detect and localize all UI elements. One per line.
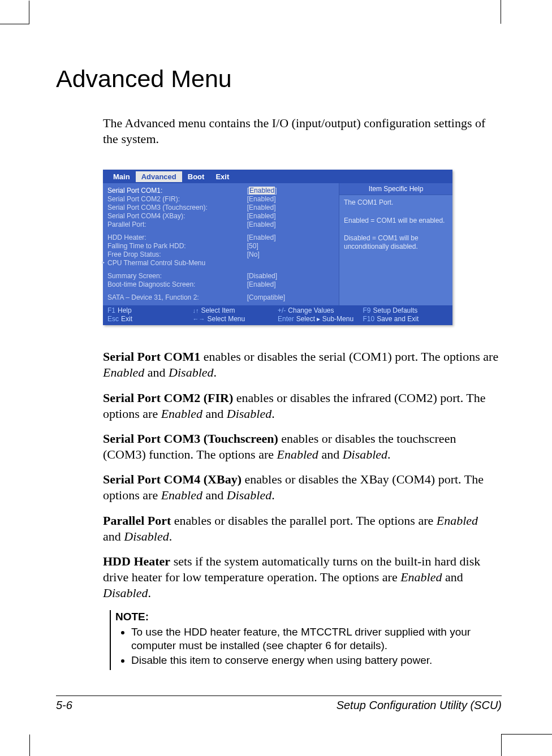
bios-screenshot: MainAdvancedBootExit Serial Port COM1:[E…	[103, 170, 452, 325]
option-italic: Disabled	[227, 488, 271, 502]
bios-row: Serial Port COM2 (FIR):[Enabled]	[107, 195, 334, 204]
key-label: Setup Defaults	[373, 306, 418, 314]
bios-row-value: [Enabled]	[247, 204, 334, 212]
bios-row: Parallel Port:[Enabled]	[107, 221, 334, 229]
bios-body: Serial Port COM1:[Enabled]Serial Port CO…	[103, 183, 452, 305]
key-enter: Enter	[278, 315, 294, 323]
option-italic: Enabled	[437, 513, 478, 528]
bios-row-label: SATA – Device 31, Function 2:	[107, 293, 247, 302]
key-label: Select ▸ Sub-Menu	[296, 315, 353, 323]
bios-tab-main: Main	[107, 171, 136, 182]
bios-row-value: [Enabled]	[247, 221, 334, 229]
spacer	[107, 289, 334, 293]
key-label: Exit	[121, 315, 132, 323]
bios-row-value: [Enabled]	[247, 212, 334, 221]
key-f1: F1	[107, 306, 115, 314]
note-item: Disable this item to conserve energy whe…	[131, 654, 504, 667]
bios-row-label: Boot-time Diagnostic Screen:	[107, 280, 247, 289]
bios-row-label: Serial Port COM2 (FIR):	[107, 195, 247, 204]
bios-tab-boot: Boot	[182, 171, 210, 182]
bios-row-value: [Enabled]	[247, 195, 334, 204]
bios-help-body: The COM1 Port. Enabled = COM1 will be en…	[339, 195, 452, 255]
intro-text: The Advanced menu contains the I/O (inpu…	[103, 115, 499, 147]
option-italic: Disabled	[124, 529, 169, 543]
definitions: Serial Port COM1 enables or disables the…	[103, 349, 499, 601]
bios-row: Serial Port COM3 (Touchscreen):[Enabled]	[107, 204, 334, 212]
spacer	[107, 267, 334, 272]
bios-help-title: Item Specific Help	[339, 183, 452, 195]
key-esc: Esc	[107, 315, 119, 323]
key-updown-icon: ↓↑	[193, 307, 199, 314]
bios-tabs: MainAdvancedBootExit	[103, 170, 452, 183]
definition: Serial Port COM4 (XBay) enables or disab…	[103, 472, 499, 503]
option-italic: Disabled	[227, 407, 271, 421]
help-line: The COM1 Port.	[344, 198, 448, 208]
key-label: Help	[118, 306, 132, 314]
bios-row-label: HDD Heater:	[107, 234, 247, 242]
option-italic: Enabled	[161, 488, 202, 502]
crop-mark	[501, 0, 501, 24]
option-italic: Enabled	[400, 570, 442, 584]
bios-row: Serial Port COM4 (XBay):[Enabled]	[107, 212, 334, 221]
bios-row: Boot-time Diagnostic Screen:[Enabled]	[107, 280, 334, 289]
bios-row: Serial Port COM1:[Enabled]	[107, 187, 334, 195]
definition-term: Serial Port COM4 (XBay)	[103, 472, 241, 486]
bios-help-panel: Item Specific Help The COM1 Port. Enable…	[339, 183, 452, 305]
bios-settings-list: Serial Port COM1:[Enabled]Serial Port CO…	[103, 183, 339, 305]
bios-tab-exit: Exit	[210, 171, 235, 182]
bios-row-value: [Enabled]	[247, 280, 334, 289]
footer-title: Setup Configuration Utility (SCU)	[337, 699, 502, 712]
option-italic: Enabled	[161, 407, 202, 421]
bios-row: SATA – Device 31, Function 2:[Compatible…	[107, 293, 334, 302]
bios-row-value: [Disabled]	[247, 272, 334, 280]
option-italic: Disabled	[169, 365, 213, 379]
bios-row-value: [50]	[247, 242, 334, 250]
bios-row-label: Falling Time to Park HDD:	[107, 242, 247, 250]
footer-col: ↓↑Select Item ←→Select Menu	[193, 306, 278, 323]
bios-row-label: Serial Port COM1:	[107, 187, 247, 195]
crop-mark	[501, 734, 552, 735]
bios-row: HDD Heater:[Enabled]	[107, 234, 334, 242]
note-list: To use the HDD heater feature, the MTCCT…	[115, 625, 504, 668]
option-italic: Disabled	[343, 447, 387, 461]
definition-term: Serial Port COM3 (Touchscreen)	[103, 431, 278, 446]
key-f9: F9	[363, 306, 371, 314]
bios-row: Free Drop Status:[No]	[107, 250, 334, 259]
bios-row: Falling Time to Park HDD:[50]	[107, 242, 334, 250]
definition: Parallel Port enables or disables the pa…	[103, 513, 499, 545]
footer-col: +/-Change Values EnterSelect ▸ Sub-Menu	[278, 306, 363, 323]
crop-mark	[0, 24, 29, 24]
key-label: Save and Exit	[377, 315, 419, 323]
footer-col: F9Setup Defaults F10Save and Exit	[363, 306, 448, 323]
key-label: Change Values	[288, 306, 334, 314]
bios-row-label: Serial Port COM3 (Touchscreen):	[107, 204, 247, 212]
note-box: NOTE: To use the HDD heater feature, the…	[110, 610, 504, 669]
key-f10: F10	[363, 315, 375, 323]
footer-col: F1Help EscExit	[107, 306, 193, 323]
bios-row-value	[247, 259, 334, 267]
definition: Serial Port COM1 enables or disables the…	[103, 349, 499, 381]
bios-row-label: Serial Port COM4 (XBay):	[107, 212, 247, 221]
key-label: Select Menu	[208, 315, 245, 323]
note-item: To use the HDD heater feature, the MTCCT…	[131, 625, 504, 653]
bios-row-value: [No]	[247, 250, 334, 259]
definition-term: Parallel Port	[103, 513, 171, 528]
definition-term: Serial Port COM1	[103, 349, 200, 364]
bios-row-value: [Enabled]	[247, 187, 334, 195]
definition: HDD Heater sets if the system automatica…	[103, 554, 499, 601]
bios-row-label: CPU Thermal Control Sub-Menu	[107, 259, 247, 267]
bios-tab-advanced: Advanced	[136, 171, 182, 182]
bios-row-label: Summary Screen:	[107, 272, 247, 280]
definition: Serial Port COM2 (FIR) enables or disabl…	[103, 390, 499, 422]
bios-footer: F1Help EscExit ↓↑Select Item ←→Select Me…	[103, 305, 452, 325]
page-footer: 5-6 Setup Configuration Utility (SCU)	[56, 699, 502, 712]
note-label: NOTE:	[115, 611, 149, 623]
bios-row: CPU Thermal Control Sub-Menu	[107, 259, 334, 267]
bios-row-label: Parallel Port:	[107, 221, 247, 229]
key-plusminus: +/-	[278, 306, 286, 314]
bios-row-value: [Compatible]	[247, 293, 334, 302]
definition-term: Serial Port COM2 (FIR)	[103, 391, 233, 405]
bios-row-value: [Enabled]	[247, 234, 334, 242]
help-line: Enabled = COM1 will be enabled.	[344, 217, 448, 226]
content-area: Advanced Menu The Advanced menu contains…	[56, 65, 503, 670]
